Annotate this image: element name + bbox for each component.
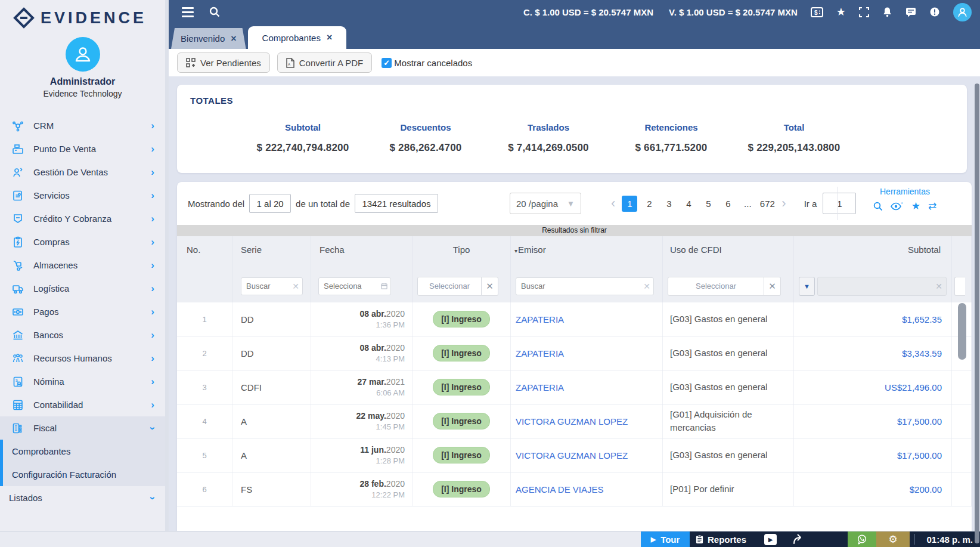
favorites-star-icon[interactable]: ★	[836, 5, 846, 18]
uso-filter-clear-icon[interactable]: ✕	[764, 277, 781, 296]
share-arrow-icon[interactable]	[792, 533, 805, 545]
emisor-link[interactable]: ZAPATERIA	[516, 348, 564, 359]
brand-logo[interactable]: EVIDENCE	[0, 0, 165, 29]
table-row[interactable]: 6 FS 28 feb.2020 12:22 PM [I] Ingreso AG…	[177, 472, 972, 506]
page-size-select[interactable]: 20 /pagina ▼	[510, 193, 581, 214]
uso-cfdi-cell: [G03] Gastos en general	[663, 336, 794, 370]
whatsapp-button[interactable]	[848, 531, 876, 547]
sidebar-item-pagos[interactable]: Pagos›	[0, 300, 165, 323]
tipo-cell: [I] Ingreso	[413, 336, 511, 370]
sidebar-item-listados[interactable]: Listados›	[0, 486, 165, 509]
checkbox-check-icon[interactable]: ✓	[382, 58, 392, 68]
clear-icon[interactable]: ✕	[935, 282, 942, 291]
uso-filter-select[interactable]: Seleccionar	[668, 277, 764, 296]
total-label: Traslados	[487, 122, 610, 132]
fecha-cell: 27 mar.2021 6:06 AM	[311, 370, 413, 404]
prev-page-icon[interactable]: ‹	[609, 196, 618, 211]
sidebar-item-contabilidad[interactable]: Contabilidad›	[0, 393, 165, 416]
page-4[interactable]: 4	[681, 196, 696, 212]
sidebar-item-recursos-humanos[interactable]: Recursos Humanos›	[0, 347, 165, 370]
total-results-box[interactable]	[355, 194, 438, 213]
table-row[interactable]: 5 A 11 jun.2020 1:28 PM [I] Ingreso VICT…	[177, 438, 972, 472]
sidebar-item-comprobantes[interactable]: Comprobantes	[3, 440, 165, 463]
subtotal-cell: $200.00	[794, 472, 952, 506]
tab-bienvenido[interactable]: Bienvenido ×	[171, 28, 246, 49]
col-header-emisor[interactable]: ▾Emisor	[511, 236, 663, 270]
emisor-link[interactable]: ZAPATERIA	[516, 382, 564, 393]
tour-button[interactable]: ▶ Tour	[641, 531, 690, 547]
reportes-button[interactable]: Reportes	[696, 531, 746, 547]
page-3[interactable]: 3	[661, 196, 677, 212]
search-tool-icon[interactable]	[873, 202, 883, 211]
notifications-bell-icon[interactable]	[882, 7, 892, 17]
tipo-filter-clear-icon[interactable]: ✕	[482, 277, 498, 296]
subtotal-filter-operator-dropdown[interactable]: ▼	[799, 277, 815, 296]
emisor-link[interactable]: ZAPATERIA	[516, 314, 564, 325]
sidebar-item-credito-y-cobranza[interactable]: Crédito Y Cobranza›	[0, 207, 165, 230]
favorite-star-icon[interactable]: ★	[911, 200, 920, 212]
table-scrollbar-thumb[interactable]	[958, 303, 966, 360]
convertir-pdf-button[interactable]: A Convertir A PDF	[277, 52, 373, 73]
emisor-link[interactable]: AGENCIA DE VIAJES	[516, 484, 604, 495]
page-1[interactable]: 1	[622, 196, 637, 212]
sidebar-item-bancos[interactable]: Bancos›	[0, 323, 165, 347]
range-box[interactable]	[249, 194, 291, 213]
col-header-fecha[interactable]: Fecha	[311, 236, 413, 270]
currency-exchange-icon[interactable]: $	[811, 7, 823, 17]
ver-pendientes-button[interactable]: Ver Pendientes	[177, 52, 270, 73]
col-header-uso-cfdi[interactable]: Uso de CFDI	[663, 236, 794, 270]
sidebar-item-gestion-de-ventas[interactable]: Gestión De Ventas›	[0, 160, 165, 184]
messages-chat-icon[interactable]	[905, 7, 916, 17]
sidebar-item-logistica[interactable]: Logística›	[0, 277, 165, 300]
hamburger-menu-icon[interactable]	[182, 7, 194, 17]
col-header-no[interactable]: No.	[177, 236, 232, 270]
tipo-filter-select[interactable]: Seleccionar	[417, 277, 482, 296]
col-header-tipo[interactable]: Tipo	[413, 236, 511, 270]
sidebar-item-compras[interactable]: Compras›	[0, 230, 165, 254]
table-row[interactable]: 1 DD 08 abr.2020 1:36 PM [I] Ingreso ZAP…	[177, 302, 972, 336]
tab-comprobantes-close-icon[interactable]: ×	[327, 32, 332, 43]
calendar-icon[interactable]	[381, 283, 387, 289]
page-2[interactable]: 2	[641, 196, 657, 212]
page-scrollbar-thumb[interactable]	[975, 84, 979, 543]
row-number: 6	[177, 472, 232, 506]
table-row[interactable]: 4 A 22 may.2020 1:45 PM [I] Ingreso VICT…	[177, 404, 972, 438]
search-icon[interactable]	[209, 7, 220, 17]
table-row[interactable]: 3 CDFI 27 mar.2021 6:06 AM [I] Ingreso Z…	[177, 370, 972, 404]
emisor-filter-input[interactable]	[516, 277, 654, 295]
page-6[interactable]: 6	[720, 196, 736, 212]
sidebar-item-almacenes[interactable]: Almacenes›	[0, 254, 165, 277]
next-page-icon[interactable]: ›	[779, 196, 788, 211]
user-avatar[interactable]	[953, 3, 972, 21]
page-5[interactable]: 5	[700, 196, 716, 212]
sidebar-item-configuracion-facturacion[interactable]: Configuración Facturación	[3, 463, 165, 486]
support-alert-icon[interactable]	[929, 7, 940, 17]
emisor-link[interactable]: VICTORA GUZMAN LOPEZ	[516, 416, 628, 427]
fullscreen-icon[interactable]	[859, 7, 869, 17]
sidebar-item-nomina[interactable]: $ Nómina›	[0, 370, 165, 393]
clear-icon[interactable]: ✕	[643, 282, 650, 291]
sidebar-item-fiscal[interactable]: Fiscal›	[0, 416, 165, 440]
clear-icon[interactable]: ✕	[292, 282, 299, 291]
tab-bienvenido-close-icon[interactable]: ×	[231, 33, 236, 44]
video-play-icon[interactable]: ▶	[764, 534, 777, 545]
sidebar-item-punto-de-venta[interactable]: Punto De Venta›	[0, 137, 165, 160]
sidebar-item-servicios[interactable]: Servicios›	[0, 184, 165, 207]
mostrar-cancelados-checkbox[interactable]: ✓ Mostrar cancelados	[382, 58, 472, 68]
table-row[interactable]: 2 DD 08 abr.2020 4:13 PM [I] Ingreso ZAP…	[177, 336, 972, 370]
herramientas-link[interactable]: Herramientas	[880, 187, 930, 196]
tab-comprobantes[interactable]: Comprobantes ×	[248, 26, 347, 49]
column-visibility-icon[interactable]: *	[891, 202, 904, 211]
fecha-cell: 28 feb.2020 12:22 PM	[311, 472, 413, 506]
swap-columns-icon[interactable]: ⇄	[928, 200, 936, 212]
settings-gear-button[interactable]: ⚙	[876, 531, 910, 547]
subtotal-filter-input[interactable]: ✕	[817, 277, 947, 296]
sidebar-avatar[interactable]	[66, 37, 100, 72]
page-672[interactable]: 672	[759, 196, 775, 212]
sidebar-item-crm[interactable]: CRM›	[0, 114, 165, 137]
col-header-serie[interactable]: Serie	[232, 236, 311, 270]
col-header-subtotal[interactable]: Subtotal	[794, 236, 952, 270]
emisor-link[interactable]: VICTORA GUZMAN LOPEZ	[516, 450, 628, 461]
fecha-filter-input[interactable]	[318, 277, 391, 295]
exchange-rates: C. $ 1.00 USD = $ 20.5747 MXN V. $ 1.00 …	[523, 7, 798, 17]
